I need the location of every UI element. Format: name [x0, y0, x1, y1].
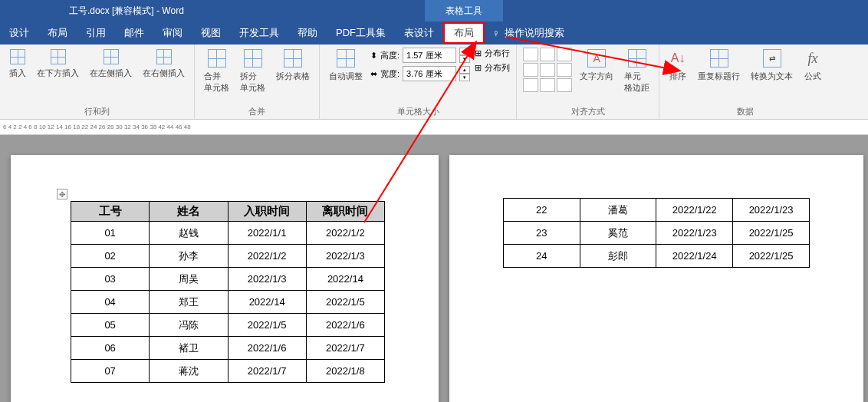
table-row[interactable]: 06褚卫2022/1/62022/1/7	[71, 337, 385, 360]
tab-mailings[interactable]: 邮件	[115, 21, 153, 44]
page-1: ✥ 工号 姓名 入职时间 离职时间 01赵钱2022/1/12022/1/202…	[11, 155, 439, 402]
table-cell[interactable]: 2022/1/3	[228, 268, 306, 291]
table-cell[interactable]: 2022/1/8	[306, 360, 384, 383]
table-cell[interactable]: 潘葛	[580, 199, 656, 222]
alignment-grid[interactable]	[523, 48, 572, 92]
table-cell[interactable]: 周吴	[150, 268, 228, 291]
table-cell[interactable]: 2022/1/5	[306, 291, 384, 314]
tell-me[interactable]: ♀ 操作说明搜索	[492, 26, 564, 40]
table-cell[interactable]: 2022/1/2	[306, 222, 384, 245]
table-cell[interactable]: 2022/1/23	[733, 199, 810, 222]
table-row[interactable]: 02孙李2022/1/22022/1/3	[71, 245, 385, 268]
table-cell[interactable]: 郑王	[150, 291, 228, 314]
col-header[interactable]: 离职时间	[306, 202, 384, 222]
tab-review[interactable]: 审阅	[153, 21, 192, 44]
table-cell[interactable]: 冯陈	[150, 314, 228, 337]
table-cell[interactable]: 05	[71, 314, 150, 337]
table-cell[interactable]: 01	[71, 222, 150, 245]
tab-devtools[interactable]: 开发工具	[230, 21, 288, 44]
table-row[interactable]: 23奚范2022/1/232022/1/25	[504, 222, 810, 245]
height-up[interactable]: ▴	[459, 48, 470, 55]
group-label: 合并	[201, 104, 313, 119]
table-cell[interactable]: 2022/1/7	[228, 360, 306, 383]
formula-button[interactable]: fx公式	[801, 48, 825, 84]
horizontal-ruler[interactable]: 6 4 2 2 4 6 8 10 12 14 16 18 22 24 26 28…	[0, 120, 868, 135]
table-cell[interactable]: 2022/1/5	[228, 314, 306, 337]
table-cell[interactable]: 2022/14	[228, 291, 306, 314]
tab-layout[interactable]: 布局	[38, 21, 77, 44]
tab-pdf[interactable]: PDF工具集	[327, 21, 395, 44]
table-cell[interactable]: 24	[504, 245, 580, 268]
dist-rows-button[interactable]: 分布行	[485, 48, 510, 59]
context-tab-table-tools[interactable]: 表格工具	[425, 0, 503, 21]
group-data: A↓排序 重复标题行 ⇄转换为文本 fx公式 数据	[659, 44, 831, 119]
table-row[interactable]: 05冯陈2022/1/52022/1/6	[71, 314, 385, 337]
table-cell[interactable]: 2022/1/24	[656, 245, 733, 268]
tab-table-layout[interactable]: 布局	[443, 22, 485, 44]
table-cell[interactable]: 赵钱	[150, 222, 228, 245]
table-cell[interactable]: 2022/1/22	[656, 199, 733, 222]
table-cell[interactable]: 2022/1/1	[228, 222, 306, 245]
autofit-button[interactable]: 自动调整	[326, 48, 366, 84]
repeat-header-button[interactable]: 重复标题行	[695, 48, 743, 84]
table-cell[interactable]: 02	[71, 245, 150, 268]
table-cell[interactable]: 2022/14	[306, 268, 384, 291]
table-cell[interactable]: 2022/1/6	[228, 337, 306, 360]
table-cell[interactable]: 2022/1/3	[306, 245, 384, 268]
table-cell[interactable]: 23	[504, 222, 580, 245]
main-table[interactable]: 工号 姓名 入职时间 离职时间 01赵钱2022/1/12022/1/202孙李…	[71, 201, 385, 383]
table-cell[interactable]: 2022/1/23	[656, 222, 733, 245]
table-cell[interactable]: 04	[71, 291, 150, 314]
tab-table-design[interactable]: 表设计	[395, 21, 443, 44]
col-header[interactable]: 姓名	[150, 202, 228, 222]
group-label: 数据	[666, 104, 825, 119]
split-cells-button[interactable]: 拆分 单元格	[237, 48, 268, 95]
table-cell[interactable]: 蒋沈	[150, 360, 228, 383]
table-row[interactable]: 04郑王2022/142022/1/5	[71, 291, 385, 314]
insert-below-button[interactable]: 在下方插入	[34, 48, 82, 81]
table-cell[interactable]: 2022/1/25	[733, 245, 810, 268]
ribbon-tabs: 设计 布局 引用 邮件 审阅 视图 开发工具 帮助 PDF工具集 表设计 布局 …	[0, 21, 868, 44]
tab-design[interactable]: 设计	[0, 21, 38, 44]
convert-to-text-button[interactable]: ⇄转换为文本	[748, 48, 796, 84]
split-table-button[interactable]: 拆分表格	[273, 48, 313, 84]
table-cell[interactable]: 07	[71, 360, 150, 383]
table-row[interactable]: 24彭郎2022/1/242022/1/25	[504, 245, 810, 268]
table-cell[interactable]: 褚卫	[150, 337, 228, 360]
width-down[interactable]: ▾	[459, 74, 470, 81]
dist-cols-button[interactable]: 分布列	[485, 62, 510, 74]
tab-help[interactable]: 帮助	[288, 21, 327, 44]
col-header[interactable]: 工号	[71, 202, 150, 222]
table-cell[interactable]: 03	[71, 268, 150, 291]
merge-cells-button[interactable]: 合并 单元格	[201, 48, 232, 95]
table-cell[interactable]: 06	[71, 337, 150, 360]
table-cell[interactable]: 2022/1/7	[306, 337, 384, 360]
table-row[interactable]: 01赵钱2022/1/12022/1/2	[71, 222, 385, 245]
width-input[interactable]	[403, 66, 456, 81]
continued-table[interactable]: 22潘葛2022/1/222022/1/2323奚范2022/1/232022/…	[503, 198, 810, 268]
table-cell[interactable]: 22	[504, 199, 580, 222]
group-rows-cols: 插入 在下方插入 在左侧插入 在右侧插入 行和列	[0, 44, 195, 119]
table-cell[interactable]: 2022/1/2	[228, 245, 306, 268]
col-header[interactable]: 入职时间	[228, 202, 306, 222]
table-cell[interactable]: 奚范	[580, 222, 656, 245]
tab-view[interactable]: 视图	[192, 21, 230, 44]
tab-references[interactable]: 引用	[77, 21, 115, 44]
table-row[interactable]: 22潘葛2022/1/222022/1/23	[504, 199, 810, 222]
text-direction-button[interactable]: A文字方向	[577, 48, 616, 84]
insert-button[interactable]: 插入	[6, 48, 29, 81]
table-cell[interactable]: 彭郎	[580, 245, 656, 268]
insert-right-button[interactable]: 在右侧插入	[140, 48, 188, 81]
table-cell[interactable]: 2022/1/25	[733, 222, 810, 245]
cell-margins-button[interactable]: 单元 格边距	[621, 48, 653, 95]
width-up[interactable]: ▴	[459, 66, 470, 74]
table-cell[interactable]: 2022/1/6	[306, 314, 384, 337]
table-row[interactable]: 03周吴2022/1/32022/14	[71, 268, 385, 291]
table-anchor-icon[interactable]: ✥	[57, 189, 67, 199]
table-row[interactable]: 07蒋沈2022/1/72022/1/8	[71, 360, 385, 383]
height-down[interactable]: ▾	[459, 55, 470, 63]
table-cell[interactable]: 孙李	[150, 245, 228, 268]
sort-button[interactable]: A↓排序	[666, 48, 690, 84]
height-input[interactable]	[403, 48, 456, 63]
insert-left-button[interactable]: 在左侧插入	[87, 48, 135, 81]
